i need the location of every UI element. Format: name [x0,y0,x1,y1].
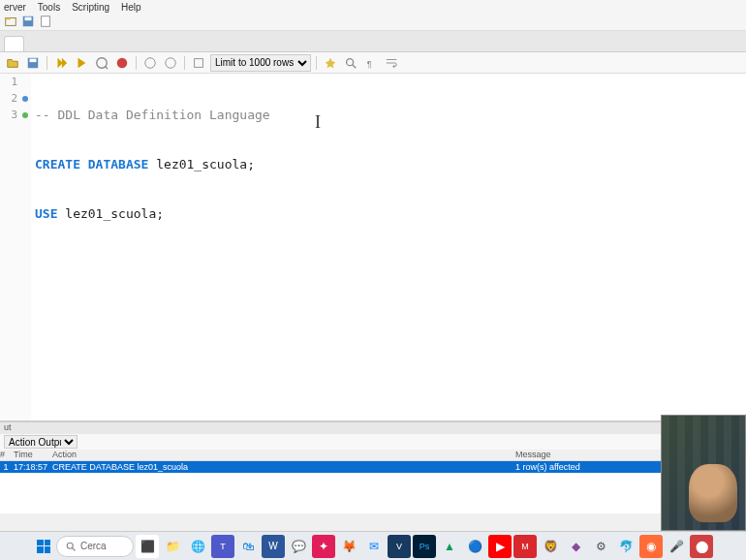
svg-rect-6 [30,58,37,62]
taskbar-app-icon[interactable]: V [388,535,411,558]
svg-point-10 [145,57,156,68]
svg-point-13 [347,58,354,65]
taskbar-app-icon[interactable]: ⚙ [589,535,612,558]
windows-taskbar: Cerca ⬛ 📁 🌐 T 🛍 W 💬 ✦ 🦊 ✉ V Ps ▲ 🔵 ▶ M 🦁… [0,531,746,560]
text-cursor-icon: I [315,112,321,133]
svg-line-14 [353,64,357,68]
execute-current-icon[interactable] [73,54,90,72]
svg-rect-12 [195,58,203,67]
taskbar-explorer-icon[interactable]: 📁 [161,535,184,558]
svg-rect-1 [6,17,11,19]
menu-server[interactable]: erver [4,2,26,13]
new-icon[interactable] [39,15,52,30]
statement-marker-icon [22,96,28,102]
svg-point-9 [117,57,128,68]
taskbar-app-icon[interactable]: W [262,535,285,558]
main-toolbar [0,14,746,31]
taskbar-app-icon[interactable]: M [513,535,537,558]
wrap-icon[interactable] [383,54,400,72]
taskbar-app-icon[interactable]: ⬤ [690,535,713,558]
output-panel: ut Action Output # Time Action Message 1… [0,420,746,513]
svg-point-11 [166,57,176,68]
taskbar-app-icon[interactable]: T [211,535,234,558]
output-tab[interactable]: ut [0,422,746,434]
svg-text:¶: ¶ [367,58,372,68]
taskbar-widgets-icon[interactable]: ⬛ [136,535,159,558]
search-icon [65,541,77,552]
query-toolbar: Limit to 1000 rows ¶ [0,52,746,74]
taskbar-store-icon[interactable]: 🛍 [236,535,260,558]
output-row[interactable]: 1 17:18:57 CREATE DATABASE lez01_scuola … [0,461,746,473]
svg-rect-4 [42,16,50,26]
taskbar-app-icon[interactable]: ◉ [639,535,663,558]
sql-editor[interactable]: 1 2 3 -- DDL Data Definition Language CR… [0,74,746,420]
rollback-icon[interactable] [162,54,179,72]
menu-tools[interactable]: Tools [38,2,60,13]
output-type-select[interactable]: Action Output [4,435,78,449]
menu-help[interactable]: Help [121,2,141,13]
taskbar-app-icon[interactable]: 🦁 [539,535,562,558]
beautify-icon[interactable] [322,54,339,72]
taskbar-chrome-icon[interactable]: 🔵 [463,535,486,558]
taskbar-discord-icon[interactable]: 💬 [287,535,310,558]
taskbar-app-icon[interactable]: ▲ [438,535,461,558]
taskbar-app-icon[interactable]: ✦ [312,535,335,558]
menu-bar: erver Tools Scripting Help [0,0,746,14]
execute-icon[interactable] [52,54,70,72]
svg-line-8 [106,66,109,69]
tab-bar [0,31,746,52]
marker-gutter [19,74,31,420]
autocommit-icon[interactable] [190,54,207,72]
taskbar-search[interactable]: Cerca [56,536,134,557]
svg-rect-3 [25,16,32,20]
webcam-overlay [661,415,746,531]
explain-icon[interactable] [93,54,110,72]
commit-icon[interactable] [141,54,159,72]
menu-scripting[interactable]: Scripting [72,2,109,13]
taskbar-app-icon[interactable]: ◆ [564,535,587,558]
save-icon[interactable] [21,15,35,30]
query-tab[interactable] [4,36,24,51]
line-gutter: 1 2 3 [0,74,19,420]
invisible-chars-icon[interactable]: ¶ [362,54,380,72]
taskbar-app-icon[interactable]: ✉ [362,535,386,558]
taskbar-firefox-icon[interactable]: 🦊 [337,535,360,558]
taskbar-app-icon[interactable]: 🎤 [665,535,688,558]
stop-icon[interactable] [113,54,131,72]
save-file-icon[interactable] [24,54,42,72]
taskbar-photoshop-icon[interactable]: Ps [413,535,436,558]
open-icon[interactable] [4,15,17,30]
start-button[interactable] [33,536,54,557]
taskbar-youtube-icon[interactable]: ▶ [488,535,512,558]
open-file-icon[interactable] [4,54,21,72]
limit-rows-select[interactable]: Limit to 1000 rows [210,54,311,72]
svg-point-16 [67,543,73,548]
statement-marker-icon [22,112,28,118]
find-icon[interactable] [342,54,359,72]
taskbar-edge-icon[interactable]: 🌐 [186,535,209,558]
svg-line-17 [73,547,76,550]
taskbar-mysql-icon[interactable]: 🐬 [614,535,637,558]
code-area[interactable]: -- DDL Data Definition Language CREATE D… [31,74,746,420]
output-header: # Time Action Message [0,450,746,461]
